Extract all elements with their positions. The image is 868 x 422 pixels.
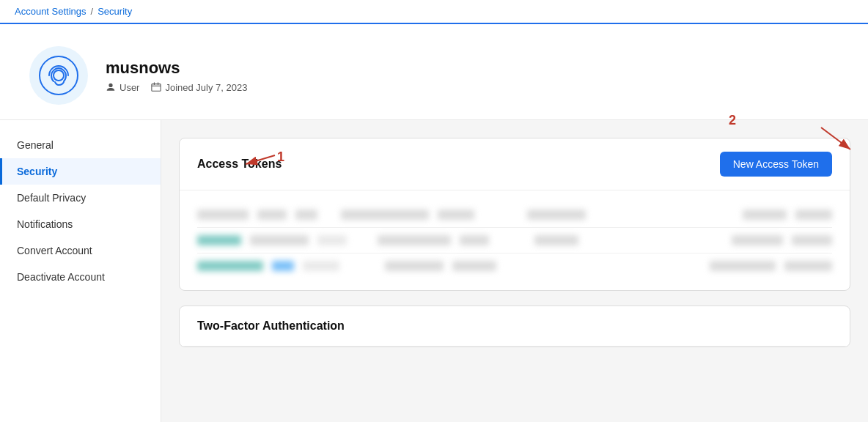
blur-1e	[438, 210, 474, 220]
token-row-2	[197, 228, 832, 253]
profile-joined: Joined July 7, 2023	[165, 82, 247, 93]
profile-role-item: User	[106, 82, 139, 93]
blur-1b	[257, 210, 287, 220]
blur-1c	[295, 210, 317, 220]
top-bar: Account Settings / Security	[0, 0, 868, 24]
svg-point-0	[40, 56, 78, 95]
access-tokens-body	[180, 190, 850, 290]
fingerprint-icon	[39, 56, 78, 95]
blur-2d	[378, 235, 451, 245]
breadcrumb-account-settings[interactable]: Account Settings	[15, 6, 87, 17]
blur-3c	[303, 261, 339, 271]
sidebar-item-security[interactable]: Security	[0, 158, 161, 185]
blur-1h	[795, 210, 832, 220]
main-layout: General Security Default Privacy Notific…	[0, 120, 868, 422]
blur-3d	[385, 261, 444, 271]
two-factor-title: Two-Factor Authentication	[197, 319, 345, 333]
avatar	[29, 46, 88, 105]
blur-2c	[317, 235, 347, 245]
blur-3a	[197, 261, 263, 271]
blur-2h	[792, 235, 832, 245]
sidebar: General Security Default Privacy Notific…	[0, 120, 161, 422]
blur-2b	[250, 235, 309, 245]
sidebar-item-notifications[interactable]: Notifications	[0, 211, 161, 237]
sidebar-item-general[interactable]: General	[0, 132, 161, 158]
two-factor-card: Two-Factor Authentication	[179, 306, 850, 347]
profile-info: musnows User Joined July 7, 2023	[106, 59, 247, 93]
profile-joined-item: Joined July 7, 2023	[151, 82, 247, 93]
token-row-1	[197, 202, 832, 228]
new-access-token-button[interactable]: New Access Token	[720, 152, 832, 177]
blur-1a	[197, 210, 249, 220]
token-row-3	[197, 253, 832, 278]
profile-username: musnows	[106, 59, 247, 78]
blur-2g	[732, 235, 783, 245]
profile-role: User	[119, 82, 139, 93]
blur-3b	[272, 261, 294, 271]
breadcrumb-separator: /	[91, 6, 94, 17]
access-tokens-title: Access Tokens	[197, 158, 282, 171]
blur-3e	[452, 261, 496, 271]
profile-meta: User Joined July 7, 2023	[106, 82, 247, 93]
access-tokens-header: Access Tokens New Access Token	[180, 138, 850, 190]
blur-3f	[710, 261, 776, 271]
access-tokens-card: Access Tokens New Access Token	[179, 138, 850, 291]
blur-3g	[784, 261, 832, 271]
calendar-icon	[151, 82, 161, 92]
blur-1g	[743, 210, 787, 220]
blur-1d	[341, 210, 429, 220]
two-factor-header: Two-Factor Authentication	[180, 306, 850, 347]
blur-2e	[460, 235, 489, 245]
svg-rect-1	[152, 84, 161, 92]
blur-1f	[527, 210, 586, 220]
content-area: 1 2 Access Tokens New Access	[161, 120, 868, 422]
user-icon	[106, 82, 116, 92]
sidebar-item-deactivate-account[interactable]: Deactivate Account	[0, 264, 161, 290]
profile-header: musnows User Joined July 7, 2023	[0, 24, 868, 120]
blur-2a	[197, 235, 241, 245]
breadcrumb-current: Security	[98, 6, 132, 17]
sidebar-item-convert-account[interactable]: Convert Account	[0, 237, 161, 264]
blur-2f	[534, 235, 578, 245]
sidebar-item-default-privacy[interactable]: Default Privacy	[0, 185, 161, 211]
